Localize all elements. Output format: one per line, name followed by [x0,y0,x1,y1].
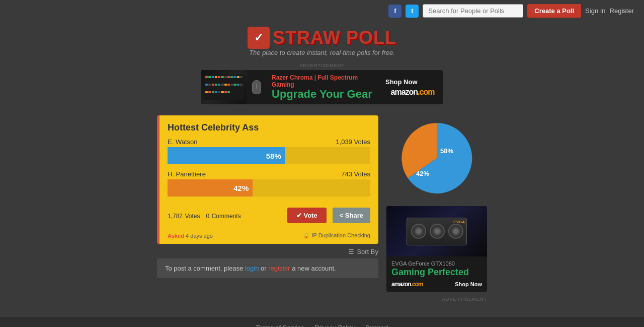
terms-link[interactable]: Terms of Service [256,324,304,327]
option-2-bar-container: 42% [168,179,370,197]
poll-options: E. Watson 1,039 Votes 58% H. Panettiere … [159,138,378,197]
option-2-pct: 42% [233,184,249,192]
logo-text: Straw Poll [273,27,396,48]
ad-headline: Upgrade Your Gear [272,88,377,100]
logo-check-icon: ✓ [248,27,270,49]
ad2[interactable]: EVGA EVGA GeForce GTX1080 Gaming Perfect… [386,206,487,292]
poll-title: Hottest Celebrity Ass [168,122,370,133]
option-1-label-row: E. Watson 1,039 Votes [168,138,370,146]
amazon-logo: amazon.com [385,88,440,97]
option-2-name: H. Panettiere [168,170,206,178]
vote-count: 1,782 Votes [168,211,200,220]
twitter-button[interactable]: t [406,5,419,18]
ad-brand: Razer Chroma | Full Spectrum Gaming [272,74,377,88]
ad2-label: ADVERTISEMENT [386,297,487,302]
ad-banner-label: ADVERTISEMENT [0,63,644,68]
ad-content: Razer Chroma | Full Spectrum Gaming Upgr… [267,71,382,103]
asked-ago: 4 days ago [186,233,213,239]
poll-card: Hottest Celebrity Ass E. Watson 1,039 Vo… [157,115,378,244]
poll-footer: 1,782 Votes 0 Comments ✔ Vote < Share [159,203,378,229]
main-content: Hottest Celebrity Ass E. Watson 1,039 Vo… [70,115,574,302]
comment-count: 0 Comments [206,211,241,220]
ip-check: 🔒 IP Duplication Checking [303,232,370,239]
pie-chart: 58% 42% [396,118,477,199]
poll-option-2: H. Panettiere 743 Votes 42% [168,170,370,197]
right-sidebar: 58% 42% EVGA EVGA GeForce GTX1080 Gaming [386,115,487,302]
left-column: Hottest Celebrity Ass E. Watson 1,039 Vo… [157,115,378,302]
pie-orange-label: 42% [416,170,429,177]
register-link[interactable]: Register [610,7,634,15]
signin-link[interactable]: Sign In [585,7,605,15]
sort-icon: ☰ [348,248,354,255]
ad-shop-now-button[interactable]: Shop Now [385,78,418,86]
ad2-footer: amazon.com Shop Now [391,281,482,288]
logo: ✓ Straw Poll [248,27,396,49]
option-1-bar-container: 58% [168,147,370,164]
share-button[interactable]: < Share [333,208,370,223]
option-1-bar: 58% [168,147,285,164]
support-link[interactable]: Support [365,324,388,327]
ad2-brand: EVGA GeForce GTX1080 [391,260,482,267]
sort-bar: ☰ Sort By [157,244,378,258]
logo-tagline: The place to create instant, real-time p… [0,49,644,60]
ad2-headline: Gaming Perfected [391,268,482,278]
option-1-name: E. Watson [168,138,197,146]
ad2-amazon-logo: amazon.com [391,281,423,288]
footer: Terms of Service Privacy Policy Support … [0,317,644,327]
comment-text-after: a new account. [292,265,336,272]
comment-text-before: To post a comment, please [165,265,245,272]
top-nav: f t Create a Poll Sign In Register [0,0,644,22]
ad2-content: EVGA GeForce GTX1080 Gaming Perfected am… [386,256,487,292]
option-1-pct: 58% [266,152,281,160]
poll-title-row: Hottest Celebrity Ass [159,115,378,138]
logo-area: ✓ Straw Poll The place to create instant… [0,22,644,63]
option-2-votes: 743 Votes [341,170,370,178]
sort-label: Sort By [357,248,378,255]
privacy-link[interactable]: Privacy Policy [314,324,355,327]
create-poll-button[interactable]: Create a Poll [527,4,581,18]
search-input[interactable] [423,4,523,18]
pie-blue-label: 58% [440,147,453,155]
pie-chart-container: 58% 42% [386,115,487,201]
gpu-visual: EVGA [407,218,467,245]
vote-button[interactable]: ✔ Vote [287,208,327,223]
comment-box: To post a comment, please login or regis… [157,258,378,278]
comment-text-middle: or [261,265,268,272]
poll-meta: Asked 4 days ago 🔒 IP Duplication Checki… [159,229,378,244]
ad-mouse-image [247,70,267,104]
comment-register-link[interactable]: register [268,265,290,272]
footer-links: Terms of Service Privacy Policy Support [0,324,644,327]
ad2-image: EVGA [386,206,487,256]
option-1-votes: 1,039 Votes [336,138,370,146]
poll-option-1: E. Watson 1,039 Votes 58% [168,138,370,164]
facebook-button[interactable]: f [388,5,401,18]
ad-banner[interactable]: Razer Chroma | Full Spectrum Gaming Upgr… [201,70,443,104]
option-2-label-row: H. Panettiere 743 Votes [168,170,370,178]
ad-right: Shop Now amazon.com [382,75,443,100]
asked-label: Asked [168,233,184,239]
login-link[interactable]: login [245,265,259,272]
ad2-shop-now-button[interactable]: Shop Now [455,281,482,287]
option-2-bar: 42% [168,179,253,197]
ad-keyboard-image [201,70,247,104]
